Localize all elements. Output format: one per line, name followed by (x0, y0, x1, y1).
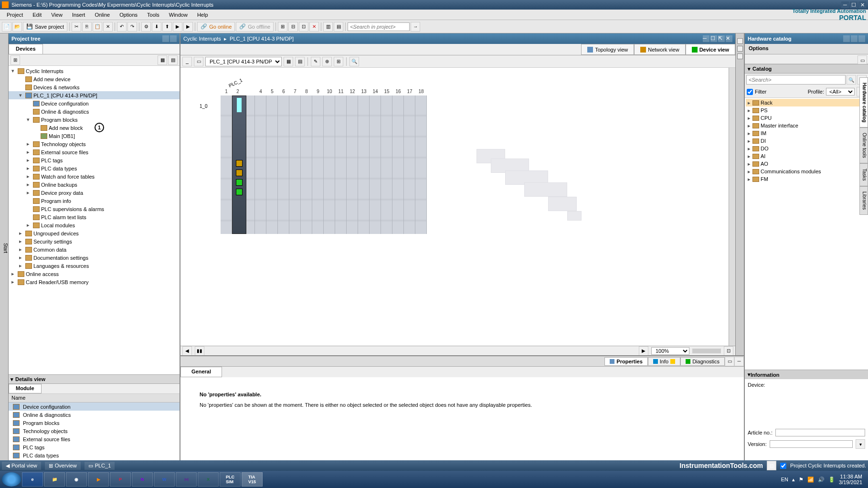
diagnostics-tab[interactable]: Diagnostics (680, 357, 725, 366)
tree-item[interactable]: ▾Cyclic Interrupts (9, 67, 180, 75)
status-icon[interactable]: ⊡ (767, 461, 776, 470)
catalog-arrow-icon[interactable]: ▸ (748, 130, 752, 137)
catalog-arrow-icon[interactable]: ▸ (748, 176, 752, 182)
zoom-icon[interactable]: 🔍 (349, 57, 359, 66)
catalog-arrow-icon[interactable]: ▸ (748, 115, 752, 121)
menu-project[interactable]: Project (2, 11, 28, 19)
side-tab-hardware[interactable]: Hardware catalog (859, 77, 868, 127)
rack-slot[interactable] (415, 95, 427, 234)
plc-tab-button[interactable]: ▭ PLC_1 (85, 462, 115, 470)
device-tb-2[interactable]: ▭ (194, 57, 203, 66)
tree-item[interactable]: ▸Languages & resources (9, 262, 180, 270)
tree-item[interactable]: Devices & networks (9, 83, 180, 91)
side-tool-1[interactable] (737, 38, 743, 44)
device-tb-1[interactable]: ⎯ (182, 57, 192, 66)
device-tb-7[interactable]: ⊞ (334, 57, 343, 66)
copy-icon[interactable]: ⎘ (82, 22, 92, 32)
taskbar-tia[interactable]: TIAV15 (242, 472, 263, 487)
options-btn[interactable]: ▭ (857, 55, 867, 65)
details-row[interactable]: Program blocks (9, 419, 180, 427)
device-tb-6[interactable]: ⊕ (322, 57, 332, 66)
tree-item[interactable]: ▸Technology objects (9, 140, 180, 148)
tb-icon-3[interactable]: ⊡ (299, 22, 308, 32)
tree-arrow-icon[interactable]: ▸ (11, 279, 16, 285)
side-tool-3[interactable] (737, 53, 743, 59)
rack-slot[interactable] (266, 95, 278, 234)
tree-arrow-icon[interactable]: ▸ (27, 165, 32, 171)
taskbar-excel[interactable]: X (198, 472, 219, 487)
start-cpu-icon[interactable]: ▶ (183, 22, 193, 32)
tree-item[interactable]: ▸Security settings (9, 237, 180, 245)
catalog-section-header[interactable]: ▾Catalog (745, 64, 868, 74)
catalog-search-btn-1[interactable]: 🔍 (847, 75, 856, 85)
tree-arrow-icon[interactable]: ▸ (19, 255, 24, 261)
catalog-item[interactable]: ▸IM (746, 129, 867, 137)
network-view-tab[interactable]: Network view (634, 44, 685, 55)
close-button[interactable]: ✕ (858, 1, 866, 8)
catalog-arrow-icon[interactable]: ▸ (748, 107, 752, 114)
tree-item[interactable]: Device configuration (9, 99, 180, 107)
tray-flag-icon[interactable]: ⚑ (799, 477, 804, 483)
catalog-item[interactable]: ▸CPU (746, 114, 867, 122)
canvas-nav-pause[interactable]: ▮▮ (195, 346, 204, 356)
profile-selector[interactable]: <All> (826, 88, 855, 95)
details-row[interactable]: Device configuration (9, 403, 180, 411)
simulate-icon[interactable]: ▶ (173, 22, 182, 32)
undo-icon[interactable]: ↶ (117, 22, 127, 32)
overview-icon[interactable]: ⊡ (724, 346, 733, 356)
download-icon[interactable]: ⬇ (152, 22, 161, 32)
tree-item[interactable]: ▸Card Reader/USB memory (9, 278, 180, 286)
tree-item[interactable]: PLC alarm text lists (9, 213, 180, 221)
tree-item[interactable]: ▸External source files (9, 148, 180, 156)
portal-view-button[interactable]: ◀ Portal view (2, 462, 41, 470)
tree-arrow-icon[interactable]: ▸ (19, 238, 24, 244)
inspector-btn-1[interactable]: ▭ (725, 357, 734, 366)
tree-arrow-icon[interactable]: ▸ (27, 190, 32, 196)
menu-insert[interactable]: Insert (67, 11, 90, 19)
new-project-icon[interactable]: 📄 (2, 22, 11, 32)
rack-slot[interactable] (278, 95, 289, 234)
tree-arrow-icon[interactable]: ▸ (27, 149, 32, 155)
rack-slot[interactable] (381, 95, 392, 234)
rack-slot[interactable] (255, 95, 266, 234)
catalog-arrow-icon[interactable]: ▸ (748, 138, 752, 144)
save-project-button[interactable]: 💾 Save project (23, 22, 67, 32)
info-tab[interactable]: Info (648, 357, 680, 366)
tb-icon-1[interactable]: ⊞ (278, 22, 287, 32)
details-row[interactable]: PLC tags (9, 443, 180, 451)
taskbar-onenote[interactable]: N (132, 472, 153, 487)
rack-slot[interactable] (312, 95, 324, 234)
breadcrumb-project[interactable]: Cyclic Interrupts (183, 36, 221, 42)
filter-checkbox[interactable] (747, 89, 753, 95)
split-v-icon[interactable]: ▤ (334, 22, 343, 32)
catalog-arrow-icon[interactable]: ▸ (748, 153, 752, 159)
editor-float-icon[interactable]: ⇱ (718, 35, 725, 42)
cut-icon[interactable]: ✂ (72, 22, 81, 32)
cpu-port-2[interactable] (236, 170, 243, 176)
tree-item[interactable]: ▾Program blocks (9, 116, 180, 124)
tree-item[interactable]: Add new device (9, 75, 180, 83)
article-input[interactable] (775, 429, 865, 436)
tree-tool-3[interactable]: ▤ (168, 55, 178, 65)
catalog-item[interactable]: ▸FM (746, 175, 867, 183)
start-button[interactable] (2, 472, 21, 487)
open-project-icon[interactable]: 📂 (12, 22, 22, 32)
details-row[interactable]: Watch and force tables (9, 459, 180, 460)
search-go-icon[interactable]: → (411, 22, 420, 32)
device-tb-4[interactable]: ▤ (295, 57, 305, 66)
canvas-nav-left[interactable]: ◀ (182, 346, 192, 356)
tray-clock[interactable]: 11:38 AM 3/19/2021 (839, 474, 862, 485)
details-row[interactable]: Online & diagnostics (9, 411, 180, 419)
editor-min-icon[interactable]: ─ (703, 35, 709, 42)
tree-item[interactable]: Online & diagnostics (9, 107, 180, 116)
version-input[interactable] (770, 440, 853, 448)
menu-window[interactable]: Window (164, 11, 192, 19)
tree-arrow-icon[interactable]: ▸ (19, 246, 24, 253)
catalog-search-input[interactable] (746, 75, 846, 85)
cpu-port-4[interactable] (236, 189, 243, 195)
tree-item[interactable]: ▸PLC data types (9, 164, 180, 172)
catalog-item[interactable]: ▸PS (746, 106, 867, 114)
project-search-input[interactable] (348, 22, 410, 31)
device-canvas[interactable]: PLC_1 1_0 12456789101112131415161718 (180, 68, 735, 346)
start-tab[interactable]: Start (0, 33, 9, 460)
